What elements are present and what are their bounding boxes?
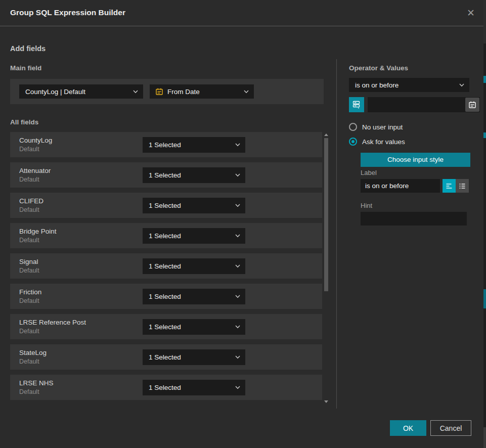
field-selection-value: 1 Selected (149, 202, 232, 209)
field-selection-dropdown[interactable]: 1 Selected (143, 167, 245, 183)
field-name: Friction (19, 288, 143, 296)
align-left-icon[interactable] (443, 179, 456, 193)
input-style-toggle (443, 179, 469, 193)
background-segment (483, 289, 486, 308)
unique-values-icon[interactable] (349, 97, 364, 112)
field-selection-value: 1 Selected (149, 384, 232, 391)
label-input[interactable] (361, 179, 440, 193)
label-row (361, 179, 469, 193)
field-sublabel: Default (19, 176, 143, 183)
radio-circle-checked (349, 138, 357, 146)
field-row: Attenuator Default 1 Selected (10, 162, 322, 188)
field-selection-value: 1 Selected (149, 171, 232, 179)
operator-dropdown[interactable]: is on or before (349, 78, 469, 92)
group-sql-expression-builder-dialog: Group SQL Expression Builder ✕ Add field… (0, 0, 483, 448)
field-sublabel: Default (19, 237, 143, 244)
hint-input[interactable] (361, 212, 467, 226)
field-name: StateLog (19, 349, 143, 356)
main-field-heading: Main field (10, 64, 41, 72)
radio-no-user-input[interactable]: No user input (349, 123, 403, 131)
field-row: Friction Default 1 Selected (10, 284, 322, 309)
field-selection-dropdown[interactable]: 1 Selected (143, 319, 245, 335)
field-name: CountyLog (19, 137, 143, 144)
field-sublabel: Default (19, 328, 143, 335)
field-selection-dropdown[interactable]: 1 Selected (143, 289, 245, 304)
background-segment (483, 132, 486, 138)
radio-ask-for-values-label: Ask for values (362, 138, 405, 146)
field-sublabel: Default (19, 297, 143, 304)
field-selection-dropdown[interactable]: 1 Selected (143, 349, 245, 365)
calendar-icon[interactable] (465, 98, 479, 112)
field-selection-dropdown[interactable]: 1 Selected (143, 380, 245, 395)
field-info: CLIFED Default (10, 197, 143, 213)
main-layer-dropdown[interactable]: CountyLog | Default (19, 84, 143, 99)
field-selection-value: 1 Selected (149, 141, 232, 149)
cancel-button[interactable]: Cancel (430, 420, 471, 436)
chevron-down-icon (133, 90, 138, 94)
field-sublabel: Default (19, 146, 143, 153)
value-row (349, 97, 470, 112)
background-page-strip (483, 0, 486, 448)
field-info: LRSE NHS Default (10, 379, 143, 395)
main-layer-dropdown-value: CountyLog | Default (25, 88, 130, 96)
field-name: CLIFED (19, 197, 143, 205)
chevron-down-icon (235, 386, 240, 389)
radio-ask-for-values[interactable]: Ask for values (349, 138, 405, 146)
field-name: LRSE Reference Post (19, 319, 143, 326)
chevron-down-icon (235, 204, 240, 207)
field-sublabel: Default (19, 388, 143, 395)
operator-dropdown-value: is on or before (355, 81, 456, 89)
field-info: LRSE Reference Post Default (10, 319, 143, 335)
choose-input-style-button[interactable]: Choose input style (361, 153, 470, 167)
scrollbar-thumb[interactable] (324, 138, 328, 291)
scrollbar-down-arrow[interactable] (324, 400, 328, 403)
field-name: Signal (19, 258, 143, 265)
field-info: Friction Default (10, 288, 143, 304)
chevron-down-icon (235, 355, 240, 359)
calendar-icon (156, 88, 163, 95)
scrollbar-up-arrow[interactable] (324, 133, 328, 136)
main-date-field-dropdown[interactable]: From Date (150, 84, 254, 99)
add-fields-heading: Add fields (10, 44, 46, 53)
field-info: Bridge Point Default (10, 228, 143, 244)
ok-button[interactable]: OK (390, 420, 426, 436)
chevron-down-icon (235, 325, 240, 329)
field-selection-value: 1 Selected (149, 232, 232, 240)
vertical-divider (336, 59, 337, 409)
list-scrollbar (324, 132, 329, 404)
field-sublabel: Default (19, 267, 143, 274)
chevron-down-icon (235, 264, 240, 268)
field-name: Attenuator (19, 167, 143, 174)
field-row: Bridge Point Default 1 Selected (10, 223, 322, 248)
field-row: Signal Default 1 Selected (10, 253, 322, 279)
chevron-down-icon (235, 234, 240, 238)
main-date-field-dropdown-value: From Date (167, 88, 241, 96)
bulleted-list-icon[interactable] (456, 179, 469, 193)
field-selection-value: 1 Selected (149, 323, 232, 331)
chevron-down-icon (235, 173, 240, 177)
chevron-down-icon (235, 143, 240, 147)
background-segment (483, 0, 486, 43)
hint-caption: Hint (361, 202, 372, 209)
value-input[interactable] (368, 97, 465, 112)
field-info: StateLog Default (10, 349, 143, 365)
value-input-wrap (368, 97, 480, 112)
field-selection-value: 1 Selected (149, 293, 232, 300)
field-row: LRSE Reference Post Default 1 Selected (10, 314, 322, 339)
field-selection-dropdown[interactable]: 1 Selected (143, 258, 245, 274)
field-selection-value: 1 Selected (149, 353, 232, 361)
field-row: CLIFED Default 1 Selected (10, 193, 322, 218)
background-segment (483, 427, 486, 448)
field-info: CountyLog Default (10, 137, 143, 153)
operator-values-heading: Operator & Values (349, 64, 408, 72)
field-sublabel: Default (19, 206, 143, 213)
chevron-down-icon (244, 90, 249, 94)
field-selection-dropdown[interactable]: 1 Selected (143, 137, 245, 153)
close-icon[interactable]: ✕ (464, 7, 477, 20)
all-fields-list: CountyLog Default 1 Selected Attenuator … (10, 132, 322, 405)
main-field-box: CountyLog | Default From Date (10, 79, 324, 104)
dialog-title: Group SQL Expression Builder (10, 8, 125, 17)
field-name: Bridge Point (19, 228, 143, 235)
field-selection-dropdown[interactable]: 1 Selected (143, 198, 245, 213)
field-selection-dropdown[interactable]: 1 Selected (143, 228, 245, 244)
